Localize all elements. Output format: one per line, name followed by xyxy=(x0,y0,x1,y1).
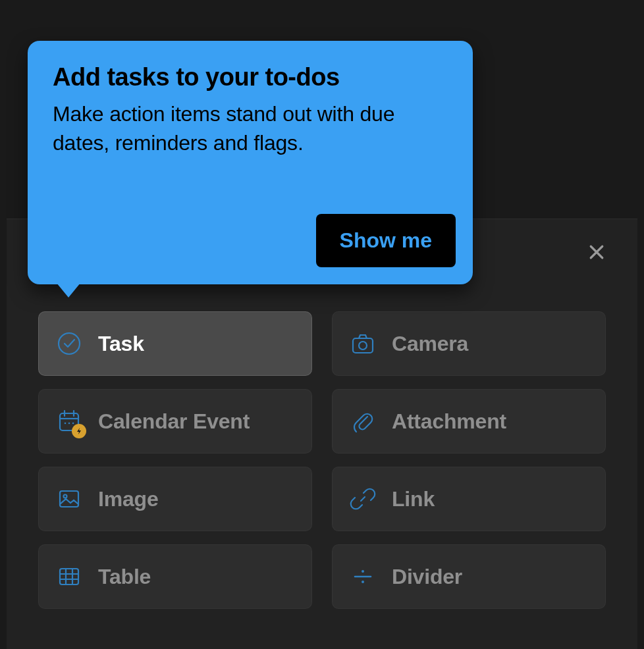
tile-task[interactable]: Task xyxy=(38,311,312,376)
close-icon xyxy=(587,242,606,265)
svg-point-11 xyxy=(362,581,364,583)
tile-label: Divider xyxy=(392,565,462,589)
tile-link[interactable]: Link xyxy=(332,467,606,531)
tile-label: Camera xyxy=(392,332,468,356)
tile-label: Image xyxy=(98,487,159,511)
image-icon xyxy=(55,484,84,513)
tile-label: Task xyxy=(98,332,144,356)
tile-divider[interactable]: Divider xyxy=(332,544,606,609)
svg-point-8 xyxy=(64,495,67,498)
calendar-icon xyxy=(55,407,84,436)
tile-label: Table xyxy=(98,565,151,589)
tile-label: Calendar Event xyxy=(98,409,250,434)
task-icon xyxy=(55,329,84,358)
svg-point-6 xyxy=(72,423,74,425)
tile-camera[interactable]: Camera xyxy=(332,311,606,376)
coach-title: Add tasks to your to-dos xyxy=(53,63,448,91)
svg-point-5 xyxy=(68,423,70,425)
svg-point-0 xyxy=(59,333,80,354)
link-icon xyxy=(348,484,377,513)
tile-calendar-event[interactable]: Calendar Event xyxy=(38,389,312,454)
svg-point-4 xyxy=(65,423,67,425)
camera-icon xyxy=(348,329,377,358)
divider-icon xyxy=(348,562,377,591)
insert-grid: Task Camera xyxy=(38,311,606,609)
svg-rect-7 xyxy=(60,491,78,507)
svg-rect-9 xyxy=(60,569,78,584)
coach-mark: Add tasks to your to-dos Make action ite… xyxy=(28,41,473,284)
table-icon xyxy=(55,562,84,591)
svg-point-10 xyxy=(362,570,364,573)
svg-point-2 xyxy=(359,342,367,350)
paperclip-icon xyxy=(348,407,377,436)
tile-image[interactable]: Image xyxy=(38,467,312,531)
tile-table[interactable]: Table xyxy=(38,544,312,609)
svg-rect-1 xyxy=(353,338,373,353)
tile-attachment[interactable]: Attachment xyxy=(332,389,606,454)
lightning-badge-icon xyxy=(72,424,86,438)
tile-label: Attachment xyxy=(392,409,506,434)
coach-body: Make action items stand out with due dat… xyxy=(53,99,448,157)
close-button[interactable] xyxy=(583,240,610,267)
show-me-button[interactable]: Show me xyxy=(316,214,456,267)
tile-label: Link xyxy=(392,487,435,511)
